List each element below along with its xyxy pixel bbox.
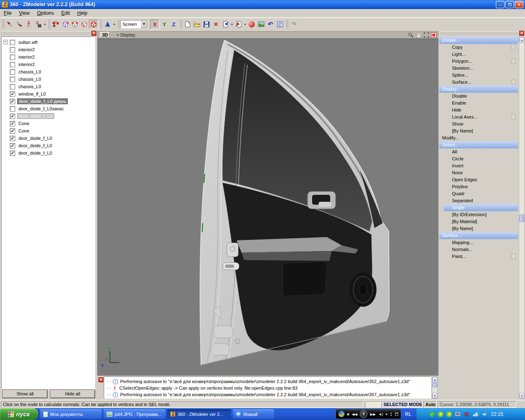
menu-item-skeleton[interactable]: Skeleton...	[439, 65, 518, 72]
log-scrollbar[interactable]: ▲ ▼	[432, 377, 438, 399]
objects-level-icon[interactable]	[89, 20, 98, 29]
menu-item-light[interactable]: Light...	[439, 51, 518, 58]
menu-item-hide[interactable]: Hide	[439, 107, 518, 114]
combo-dropdown-icon[interactable]: ▼	[141, 21, 147, 28]
pin-box-icon[interactable]	[511, 114, 516, 119]
menu-header-select[interactable]: Select...	[439, 142, 518, 148]
resize-grip[interactable]: ⋰⋰	[516, 402, 524, 407]
attach-dropdown-icon[interactable]: ▾	[43, 23, 47, 26]
viewport-3d-canvas[interactable]: y z ×	[97, 39, 438, 376]
network-icon[interactable]: ∴	[420, 411, 427, 417]
visibility-checkbox[interactable]	[10, 62, 15, 67]
tree-row[interactable]: chassis_L0	[2, 68, 95, 75]
select-tool-icon[interactable]	[5, 20, 15, 29]
player-spinner[interactable]: ▲▼	[390, 412, 393, 417]
menu-item-mapping[interactable]: Mapping...	[439, 239, 518, 246]
menu-view[interactable]: View	[15, 9, 33, 17]
axis-x-button[interactable]: X	[150, 20, 160, 29]
visibility-checkbox[interactable]	[10, 55, 15, 60]
menu-item-spline[interactable]: Spline...	[439, 72, 518, 79]
pin-box-icon[interactable]	[511, 59, 516, 64]
show-all-button[interactable]: Show all	[2, 390, 48, 398]
expand-icon[interactable]: +	[3, 40, 8, 44]
menu-item-polygon[interactable]: Polygon...	[439, 58, 518, 65]
toolbar-grip[interactable]	[180, 20, 182, 29]
viewport-active-indicator[interactable]	[431, 32, 436, 38]
attach-mode-icon[interactable]	[34, 20, 43, 29]
tree-row[interactable]: interior2	[2, 61, 95, 68]
menu-item-normals[interactable]: Normals...	[439, 246, 518, 253]
visibility-checkbox[interactable]	[10, 136, 15, 141]
stop-button[interactable]: ■	[347, 412, 349, 416]
visibility-checkbox[interactable]	[10, 47, 15, 52]
menu-item-single-selected[interactable]: Single	[444, 204, 518, 211]
tree-row[interactable]: door_dside_f_L0	[2, 149, 95, 157]
taskbar-button-chat[interactable]: Мажай	[233, 409, 274, 419]
menu-item-open-edges[interactable]: Open Edges	[439, 176, 518, 183]
tree-row[interactable]: Cone	[2, 120, 95, 127]
pan-hand-icon[interactable]	[415, 32, 422, 38]
pin-box-icon[interactable]	[511, 254, 516, 259]
edges-level-icon[interactable]	[61, 20, 70, 29]
menu-item-by-material[interactable]: [By Material]	[439, 218, 518, 225]
status-auto[interactable]: Auto	[423, 401, 437, 408]
tree-row[interactable]: chassis_L0	[2, 83, 95, 90]
visibility-checkbox[interactable]	[10, 128, 15, 134]
tree-row[interactable]: window_lf_L0	[2, 90, 95, 98]
menu-item-local-axes[interactable]: Local Axes...	[439, 114, 518, 121]
pause-button[interactable]: ‖	[360, 410, 368, 418]
antivirus-ok-icon[interactable]: ✓	[429, 411, 435, 417]
player-restore-icon[interactable]	[395, 413, 398, 416]
menu-item-surface[interactable]: Surface...	[439, 79, 518, 86]
menu-edit[interactable]: Edit	[58, 9, 74, 17]
commands-panel-header[interactable]: ✕	[438, 30, 525, 35]
icq-flower-icon[interactable]	[446, 411, 452, 417]
export-dropdown-icon[interactable]: ▾	[243, 23, 247, 26]
primitive-cone-icon[interactable]	[103, 20, 112, 29]
texture-browser-icon[interactable]	[256, 20, 266, 29]
menu-item-quadr[interactable]: Quadr	[439, 190, 518, 197]
toolbar-grip[interactable]	[2, 20, 4, 29]
visibility-checkbox[interactable]	[10, 69, 15, 75]
menu-header-create[interactable]: Create...	[439, 37, 518, 44]
toolbar-grip[interactable]	[117, 20, 119, 29]
open-file-icon[interactable]	[192, 20, 202, 29]
visibility-checkbox[interactable]	[10, 151, 15, 156]
taskbar-button-zmodeler-active[interactable]: Z 360 - ZModeler ver 2...	[167, 409, 231, 419]
import-dropdown-icon[interactable]: ▾	[230, 23, 234, 26]
menu-item-polyline[interactable]: Polyline	[439, 183, 518, 190]
visibility-checkbox[interactable]	[10, 143, 15, 148]
menu-item-all[interactable]: All	[439, 148, 518, 155]
scroll-down-icon[interactable]: ▼	[519, 393, 524, 398]
taskbar-button-image-viewer[interactable]: jsti4.JPG - Программ...	[104, 409, 165, 419]
kaspersky-icon[interactable]: K	[463, 411, 470, 417]
viewport-breadcrumb[interactable]: < Display	[116, 32, 135, 37]
tree-row-highlighted[interactable]: door_dside_f_L0	[2, 112, 95, 120]
visibility-checkbox[interactable]	[10, 40, 15, 45]
media-player-icon[interactable]	[338, 411, 345, 417]
menu-header-surface[interactable]: Surface...	[439, 232, 518, 239]
axis-z-button[interactable]: Z	[169, 20, 178, 29]
log-close-icon[interactable]: ✕	[98, 377, 103, 382]
menu-item-circle[interactable]: Circle	[439, 155, 518, 162]
redo-icon[interactable]: ↷	[289, 20, 299, 29]
menu-item-show[interactable]: Show	[439, 121, 518, 128]
toolbar-grip[interactable]	[100, 20, 102, 29]
volume-icon[interactable]: ◄)	[481, 411, 487, 417]
import-icon[interactable]	[221, 20, 230, 29]
volume-dropdown-icon[interactable]: ▾	[386, 412, 388, 416]
tree-panel-header[interactable]: ✕	[0, 30, 97, 35]
material-editor-icon[interactable]	[247, 20, 256, 29]
menu-item-by-id-extension[interactable]: [By ID/Extension]	[439, 211, 518, 218]
toolbar-grip[interactable]	[286, 20, 288, 29]
scroll-thumb[interactable]	[432, 383, 437, 387]
icq-flower-icon[interactable]	[438, 411, 444, 417]
commands-scrollbar[interactable]: ▲ ▼	[519, 37, 525, 399]
visibility-checkbox[interactable]	[10, 84, 15, 89]
visibility-checkbox[interactable]	[10, 77, 15, 82]
visibility-checkbox[interactable]	[10, 99, 15, 104]
scroll-down-icon[interactable]: ▼	[432, 393, 437, 398]
pin-box-icon[interactable]	[511, 80, 516, 84]
menu-item-invert[interactable]: Invert	[439, 162, 518, 169]
tree-row[interactable]: +sultan.wft	[2, 39, 95, 46]
